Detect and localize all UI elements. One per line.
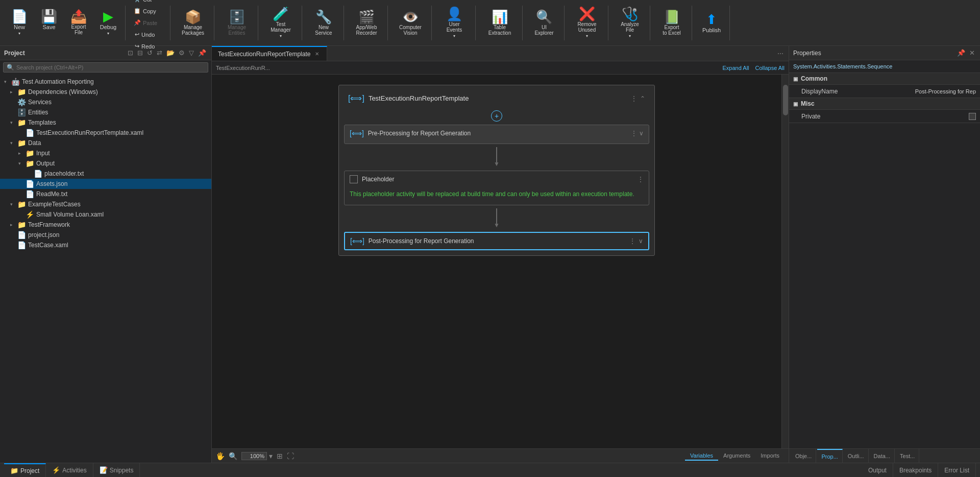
- undo-button[interactable]: ↩ Undo: [132, 29, 167, 40]
- pre-processing-box[interactable]: [⟺] Pre-Processing for Report Generation…: [344, 125, 649, 144]
- common-section[interactable]: ▣ Common: [789, 73, 980, 85]
- ui-explorer-button[interactable]: 🔍 UI Explorer: [527, 8, 561, 38]
- workflow-container: [⟺] TestExecutionRunReportTemplate ⋮ ⌃: [212, 75, 781, 448]
- post-proc-actions: ⋮ ∨: [629, 237, 643, 245]
- manage-packages-button[interactable]: 📦 Manage Packages: [175, 8, 211, 38]
- filter-icon[interactable]: ▽: [188, 48, 195, 58]
- properties-tab[interactable]: Prop...: [817, 449, 842, 463]
- analyze-file-button[interactable]: 🩺 Analyze File ▾: [612, 5, 647, 40]
- sequence-menu-icon[interactable]: ⋮: [631, 95, 637, 102]
- pre-proc-label: Pre-Processing for Report Generation: [368, 130, 471, 137]
- remove-unused-button[interactable]: ❌ Remove Unused ▾: [569, 5, 605, 40]
- tab-overflow-icon[interactable]: ⋯: [772, 50, 789, 57]
- collapse-all-button[interactable]: Collapse All: [755, 65, 785, 71]
- tree-item-services[interactable]: ⚙️ Services: [0, 97, 211, 107]
- tree-item-project_json[interactable]: 📄 project.json: [0, 230, 211, 240]
- objects-tab[interactable]: Obje...: [791, 449, 816, 463]
- variables-tab[interactable]: Variables: [685, 451, 718, 461]
- manage-entities-button[interactable]: 🗄️ Manage Entities: [218, 8, 255, 38]
- new-service-button[interactable]: 🔧 New Service: [306, 8, 341, 38]
- arguments-tab[interactable]: Arguments: [718, 451, 755, 461]
- props-close-icon[interactable]: ✕: [968, 48, 976, 58]
- paste-button[interactable]: 📌 Paste: [131, 17, 166, 28]
- imports-tab[interactable]: Imports: [755, 451, 785, 461]
- sequence-collapse-icon[interactable]: ⌃: [640, 95, 645, 102]
- placeholder-box[interactable]: Placeholder ⋮ This placeholder activity …: [344, 171, 649, 205]
- export-file-button[interactable]: 📤 Export File: [64, 8, 93, 38]
- post-proc-icon: [⟺]: [350, 237, 364, 245]
- project-title: Project: [4, 50, 25, 57]
- outline-tab[interactable]: Outli...: [844, 449, 869, 463]
- data-tab[interactable]: Data...: [870, 449, 895, 463]
- tree-item-icon: 📁: [17, 200, 26, 208]
- misc-section[interactable]: ▣ Misc: [789, 98, 980, 110]
- search-tool-icon[interactable]: 🔍: [229, 452, 237, 460]
- new-button[interactable]: 📄 New ▾: [5, 8, 34, 38]
- export-excel-button[interactable]: 📗 Export to Excel: [654, 8, 689, 38]
- post-proc-menu-icon[interactable]: ⋮: [629, 237, 635, 245]
- tree-item-testexec[interactable]: 📄 TestExecutionRunReportTemplate.xaml: [0, 128, 211, 138]
- expand-all-button[interactable]: Expand All: [723, 65, 749, 71]
- copy-button[interactable]: 📋 Copy: [131, 6, 166, 16]
- pin-icon[interactable]: 📌: [197, 48, 207, 58]
- zoom-input[interactable]: [241, 452, 267, 460]
- debug-button[interactable]: ▶ Debug ▾: [94, 8, 122, 38]
- breakpoints-tab[interactable]: Breakpoints: [893, 463, 938, 478]
- tree-item-example_tests[interactable]: ▾ 📁 ExampleTestCases: [0, 199, 211, 209]
- placeholder-menu-icon[interactable]: ⋮: [638, 176, 644, 183]
- snippets-bottom-tab[interactable]: 📝 Snippets: [93, 463, 140, 478]
- settings-icon[interactable]: ⚙: [178, 48, 186, 58]
- debug-icon: ▶: [103, 10, 113, 23]
- error-list-tab[interactable]: Error List: [938, 463, 976, 478]
- tree-item-testframework[interactable]: ▸ 📁 TestFramework: [0, 220, 211, 230]
- app-web-button[interactable]: 🎬 App/Web Recorder: [348, 8, 385, 38]
- tree-item-small_volume[interactable]: ⚡ Small Volume Loan.xaml: [0, 209, 211, 220]
- project-bottom-tab[interactable]: 📁 Project: [4, 463, 46, 478]
- tree-item-input[interactable]: ▸ 📁 Input: [0, 148, 211, 158]
- tree-item-icon: 📄: [26, 180, 34, 188]
- hand-tool-icon[interactable]: 🖐: [216, 452, 225, 460]
- tree-item-placeholder_txt[interactable]: 📄 placeholder.txt: [0, 169, 211, 179]
- zoom-dropdown-icon[interactable]: ▾: [269, 452, 273, 460]
- search-input[interactable]: [16, 64, 205, 70]
- tree-item-templates[interactable]: ▾ 📁 Templates: [0, 117, 211, 128]
- placeholder-actions: ⋮: [638, 176, 644, 183]
- fit-icon[interactable]: ⊞: [277, 452, 283, 460]
- project-tab-label: Project: [20, 467, 39, 474]
- test-manager-button[interactable]: 🧪 Test Manager ▾: [262, 5, 299, 40]
- tree-item-testcase_xaml[interactable]: 📄 TestCase.xaml: [0, 240, 211, 250]
- user-events-button[interactable]: 👤 User Events ▾: [436, 5, 473, 40]
- add-activity-button-top[interactable]: +: [491, 110, 502, 122]
- redo-button[interactable]: ↪ Redo: [132, 41, 167, 52]
- tree-item-deps[interactable]: ▸ 📁 Dependencies (Windows): [0, 87, 211, 97]
- pre-proc-icon: [⟺]: [350, 129, 364, 137]
- search-box[interactable]: 🔍: [3, 62, 208, 73]
- post-proc-expand-icon[interactable]: ∨: [639, 237, 643, 245]
- pre-proc-menu-icon[interactable]: ⋮: [631, 130, 637, 137]
- table-extraction-button[interactable]: 📊 Table Extraction: [480, 8, 520, 38]
- canvas-scrollbar[interactable]: [781, 75, 789, 448]
- private-checkbox[interactable]: [969, 113, 976, 120]
- output-tab[interactable]: Output: [862, 463, 893, 478]
- common-collapse-icon: ▣: [793, 76, 798, 82]
- pre-proc-expand-icon[interactable]: ∨: [639, 130, 644, 137]
- packages-group: 📦 Manage Packages: [172, 2, 214, 44]
- tree-item-entities[interactable]: 🗄️ Entities: [0, 107, 211, 117]
- fullscreen-icon[interactable]: ⛶: [287, 452, 294, 460]
- project-panel: Project ⊡ ⊟ ↺ ⇄ 📂 ⚙ ▽ 📌 🔍 ▾ 🤖: [0, 46, 212, 463]
- tree-item-readme[interactable]: 📄 ReadMe.txt: [0, 189, 211, 199]
- tab-close-icon[interactable]: ✕: [313, 51, 321, 57]
- post-processing-box[interactable]: [⟺] Post-Processing for Report Generatio…: [344, 232, 649, 250]
- props-pin-icon[interactable]: 📌: [956, 48, 966, 58]
- publish-button[interactable]: ⬆ Publish: [696, 11, 727, 35]
- activities-bottom-tab[interactable]: ⚡ Activities: [46, 463, 93, 478]
- tree-item-root[interactable]: ▾ 🤖 Test Automation Reporting: [0, 77, 211, 87]
- test-tab[interactable]: Test...: [896, 449, 919, 463]
- cut-button[interactable]: ✂️ Cut: [131, 0, 166, 5]
- tree-item-assets_json[interactable]: 📄 Assets.json: [0, 179, 211, 189]
- computer-vision-button[interactable]: 👁️ Computer Vision: [392, 8, 429, 38]
- active-tab[interactable]: TestExecutionRunReportTemplate ✕: [212, 46, 327, 61]
- tree-item-output[interactable]: ▾ 📁 Output: [0, 158, 211, 169]
- save-button[interactable]: 💾 Save: [35, 8, 63, 38]
- tree-item-data[interactable]: ▾ 📁 Data: [0, 138, 211, 148]
